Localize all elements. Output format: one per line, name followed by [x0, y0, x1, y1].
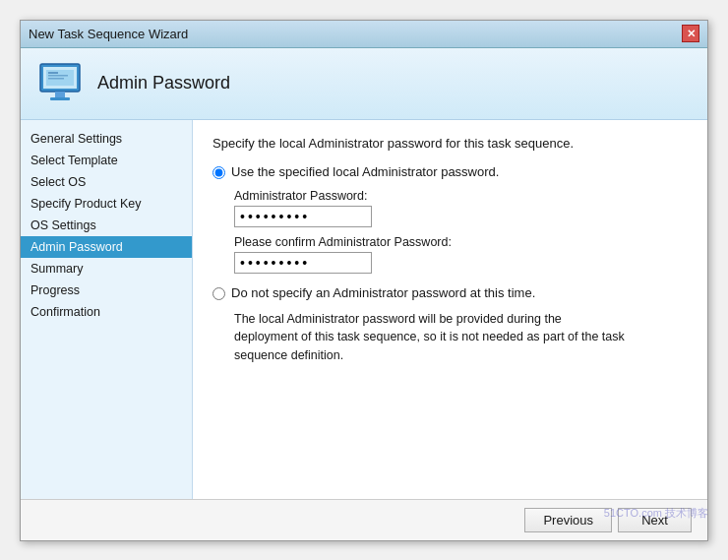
next-button[interactable]: Next	[618, 508, 692, 532]
sidebar-item-select-template[interactable]: Select Template	[21, 150, 192, 171]
use-password-radio[interactable]	[212, 166, 225, 179]
content-area: General Settings Select Template Select …	[21, 120, 707, 499]
page-title: Admin Password	[97, 73, 230, 93]
svg-rect-6	[48, 75, 68, 77]
svg-rect-3	[50, 97, 70, 100]
password-fields: Administrator Password: Please confirm A…	[234, 189, 688, 274]
sidebar-item-confirmation[interactable]: Confirmation	[21, 301, 192, 323]
option2-label[interactable]: Do not specify an Administrator password…	[231, 285, 535, 300]
option2-description: The local Administrator password will be…	[234, 310, 628, 365]
sidebar-item-specify-product-key[interactable]: Specify Product Key	[21, 193, 192, 215]
sidebar-item-admin-password[interactable]: Admin Password	[21, 236, 192, 258]
confirm-password-input[interactable]	[234, 252, 372, 274]
wizard-window: New Task Sequence Wizard ✕ Admin Passwor…	[20, 20, 708, 541]
main-content: Specify the local Administrator password…	[193, 120, 707, 499]
computer-icon-svg	[36, 60, 84, 107]
footer-area: Previous Next	[21, 499, 707, 540]
sidebar-item-progress[interactable]: Progress	[21, 280, 192, 301]
option2-container: Do not specify an Administrator password…	[212, 285, 688, 300]
svg-rect-5	[48, 72, 58, 74]
sidebar-item-summary[interactable]: Summary	[21, 258, 192, 280]
description-text: Specify the local Administrator password…	[212, 136, 688, 151]
svg-rect-7	[48, 78, 64, 80]
header-area: Admin Password	[21, 48, 707, 120]
sidebar-item-general-settings[interactable]: General Settings	[21, 128, 192, 150]
window-title: New Task Sequence Wizard	[29, 27, 188, 41]
no-password-radio[interactable]	[212, 287, 225, 300]
close-button[interactable]: ✕	[682, 25, 699, 42]
sidebar-item-os-settings[interactable]: OS Settings	[21, 215, 192, 236]
sidebar-item-select-os[interactable]: Select OS	[21, 171, 192, 193]
confirm-password-field-label: Please confirm Administrator Password:	[234, 235, 688, 249]
password-field-label: Administrator Password:	[234, 189, 688, 203]
option1-label[interactable]: Use the specified local Administrator pa…	[231, 164, 499, 179]
svg-rect-2	[55, 92, 65, 97]
sidebar: General Settings Select Template Select …	[21, 120, 193, 499]
header-icon	[36, 60, 84, 107]
title-bar: New Task Sequence Wizard ✕	[21, 21, 707, 48]
admin-password-input[interactable]	[234, 206, 372, 227]
previous-button[interactable]: Previous	[524, 508, 612, 532]
option1-container: Use the specified local Administrator pa…	[212, 164, 688, 179]
